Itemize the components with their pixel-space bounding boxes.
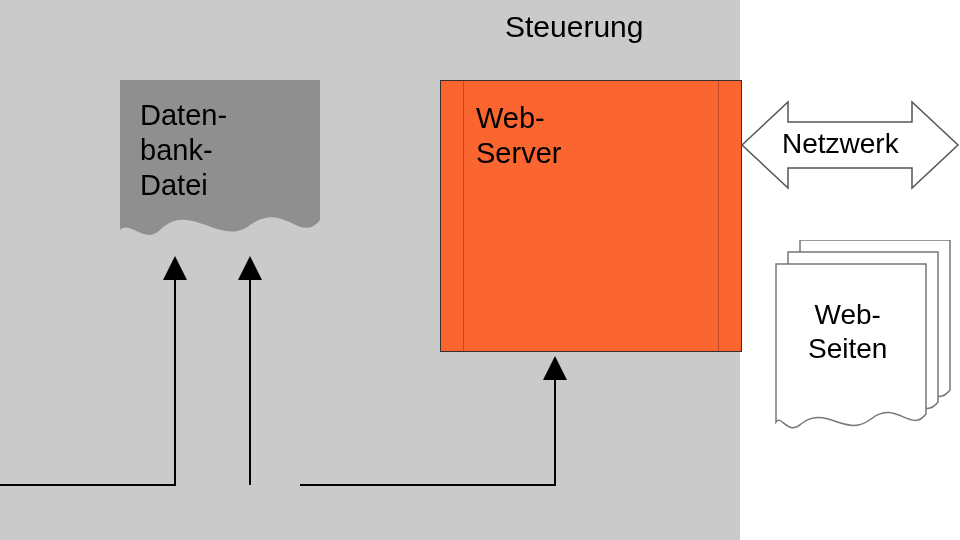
database-file-label: Daten- bank- Datei [140,98,227,202]
network-label: Netzwerk [782,128,899,160]
web-pages-label: Web- Seiten [808,298,887,365]
diagram-canvas: Steuerung Daten- bank- Datei Web- Server… [0,0,960,540]
web-server-box: Web- Server [440,80,742,352]
database-file-shape: Daten- bank- Datei [120,80,320,250]
server-inner-line [463,81,464,351]
server-inner-line [718,81,719,351]
control-label: Steuerung [505,10,643,44]
control-panel: Steuerung Daten- bank- Datei Web- Server [0,0,740,540]
web-server-label: Web- Server [476,101,561,171]
